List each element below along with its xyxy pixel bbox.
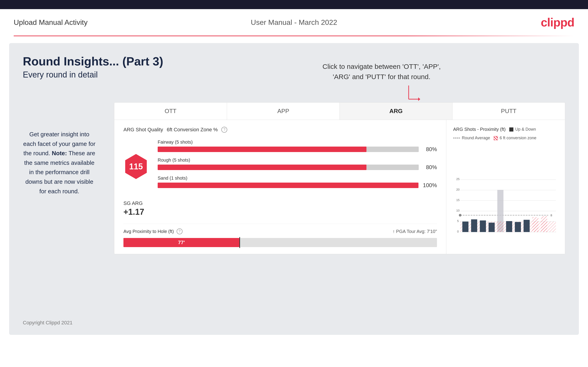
svg-rect-20 (462, 222, 468, 232)
arg-chart: 0 5 10 15 20 25 (453, 145, 558, 254)
stat-label-sand: Sand (1 shots) (158, 175, 437, 181)
left-description: Get greater insight into each facet of y… (23, 130, 96, 196)
svg-rect-21 (471, 219, 477, 232)
proximity-bar-track: 77' (123, 238, 437, 247)
stat-row-rough: Rough (5 shots) 80% (158, 158, 437, 170)
stat-bar-fill-fairway (158, 147, 366, 152)
svg-text:0: 0 (457, 230, 459, 233)
proximity-bar-label: 77' (178, 240, 185, 245)
svg-rect-30 (541, 216, 547, 232)
proximity-cursor (239, 237, 240, 248)
proximity-label: Avg Proximity to Hole (ft) (123, 229, 174, 234)
panel-body: ARG Shot Quality 6ft Conversion Zone % ?… (114, 120, 565, 254)
svg-rect-29 (532, 217, 538, 232)
note-label: Note: (52, 150, 67, 157)
stat-value-sand: 100% (423, 182, 437, 189)
clippd-logo: clippd (541, 16, 574, 29)
stat-row-sand: Sand (1 shots) 100% (158, 175, 437, 189)
stat-value-fairway: 80% (423, 146, 437, 152)
nav-hint-text: Click to navigate between 'OTT', 'APP','… (322, 61, 441, 82)
proximity-bar-fill: 77' (123, 238, 239, 247)
stat-bar-fairway: 80% (158, 146, 437, 152)
main-content: Round Insights... (Part 3) Every round i… (9, 43, 579, 335)
legend-round-avg: Round Average (453, 136, 490, 141)
svg-text:15: 15 (456, 198, 459, 202)
svg-rect-23 (489, 223, 495, 232)
chart-title: ARG Shots - Proximity (ft) (453, 127, 506, 132)
panel-right: ARG Shots - Proximity (ft) Up & Down Rou… (446, 120, 565, 254)
legend-6ft-label: 6 ft conversion zone (500, 136, 536, 141)
svg-rect-28 (524, 220, 530, 232)
tab-bar: OTT APP ARG PUTT (114, 103, 565, 120)
conversion-label: 6ft Conversion Zone % (167, 127, 218, 133)
stat-row-fairway: Fairway (5 shots) 80% (158, 140, 437, 152)
header: Upload Manual Activity User Manual - Mar… (0, 9, 588, 36)
tab-arg[interactable]: ARG (340, 103, 452, 120)
svg-text:5: 5 (457, 219, 459, 223)
stat-bar-track-rough (158, 165, 419, 170)
page-subtitle: Every round in detail (23, 70, 565, 80)
header-divider (14, 36, 574, 36)
stat-bar-track-fairway (158, 147, 419, 152)
sg-label: SG ARG (123, 200, 437, 206)
tab-putt[interactable]: PUTT (452, 103, 565, 120)
arg-score-hexagon: 115 (123, 154, 148, 179)
legend-6ft-zone: 6 ft conversion zone (494, 136, 536, 141)
legend-dashed-icon (453, 138, 460, 138)
svg-point-18 (459, 214, 462, 217)
shot-quality-label: ARG Shot Quality (123, 127, 163, 133)
stat-bar-fill-sand (158, 183, 418, 188)
main-panel: OTT APP ARG PUTT ARG Shot Quality 6ft Co… (114, 102, 565, 254)
stat-label-fairway: Fairway (5 shots) (158, 140, 437, 145)
svg-text:20: 20 (456, 188, 459, 191)
stat-bar-track-sand (158, 183, 418, 188)
svg-text:10: 10 (456, 209, 459, 212)
stat-bar-rough: 80% (158, 164, 437, 170)
shot-quality-header: ARG Shot Quality 6ft Conversion Zone % ? (123, 127, 437, 133)
legend-up-down: Up & Down (509, 127, 536, 132)
tab-ott[interactable]: OTT (114, 103, 227, 120)
legend-up-down-label: Up & Down (515, 127, 536, 132)
stat-bar-sand: 100% (158, 182, 437, 189)
legend-round-avg-label: Round Average (462, 136, 490, 141)
legend-hatched-icon (494, 136, 498, 140)
pga-avg: ↑ PGA Tour Avg: 7'10" (392, 229, 437, 234)
proximity-section: Avg Proximity to Hole (ft) ? ↑ PGA Tour … (123, 224, 437, 247)
svg-rect-27 (515, 222, 521, 232)
stat-value-rough: 80% (423, 164, 437, 170)
conversion-info-icon[interactable]: ? (221, 127, 227, 133)
tab-app[interactable]: APP (227, 103, 340, 120)
svg-rect-22 (480, 220, 486, 232)
upload-link[interactable]: Upload Manual Activity (14, 18, 88, 27)
proximity-info-icon[interactable]: ? (177, 228, 182, 234)
svg-text:25: 25 (456, 177, 459, 181)
svg-marker-2 (418, 97, 420, 101)
sg-value: +1.17 (123, 207, 437, 217)
header-center-text: User Manual - March 2022 (251, 18, 337, 27)
footer-text: Copyright Clippd 2021 (23, 320, 73, 326)
stat-label-rough: Rough (5 shots) (158, 158, 437, 163)
stat-bar-fill-rough (158, 165, 366, 170)
page-title: Round Insights... (Part 3) (23, 54, 565, 68)
chart-header: ARG Shots - Proximity (ft) Up & Down Rou… (453, 127, 558, 141)
sg-section: SG ARG +1.17 (123, 200, 437, 217)
svg-rect-26 (506, 221, 512, 232)
stat-list: Fairway (5 shots) 80% Rough (5 shots) (158, 140, 437, 193)
top-bar (0, 0, 588, 9)
proximity-title-group: Avg Proximity to Hole (ft) ? (123, 228, 182, 234)
proximity-header: Avg Proximity to Hole (ft) ? ↑ PGA Tour … (123, 228, 437, 234)
panel-left: ARG Shot Quality 6ft Conversion Zone % ?… (114, 120, 446, 254)
svg-rect-25 (497, 222, 504, 232)
nav-hint: Click to navigate between 'OTT', 'APP','… (322, 61, 441, 108)
hexagon-stats: 115 Fairway (5 shots) 80% (123, 140, 437, 193)
legend-square-icon (509, 127, 513, 132)
svg-text:8: 8 (550, 214, 552, 217)
